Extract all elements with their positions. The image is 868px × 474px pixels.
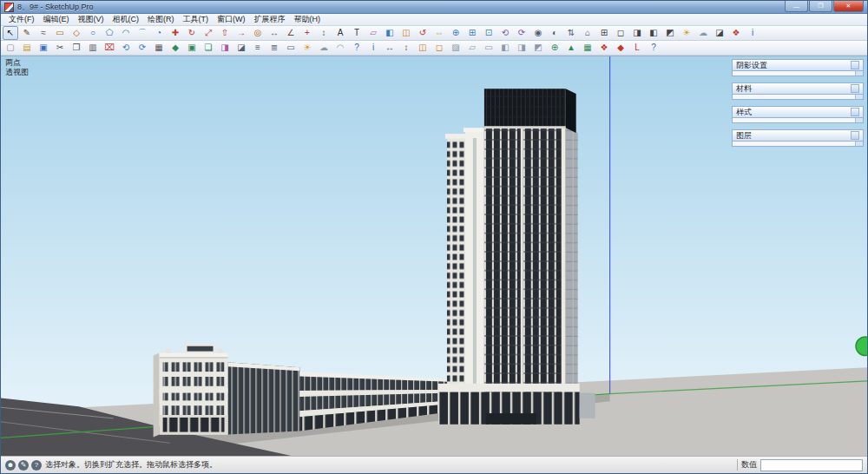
delete-icon[interactable]: ⌧ [102,41,117,55]
freehand-tool-icon[interactable]: ≈ [36,26,51,40]
status-help-icon[interactable]: ? [31,460,42,471]
previous-view-icon[interactable]: ⟲ [497,26,513,40]
status-credit-icon[interactable]: ✎ [18,460,29,471]
minimize-button[interactable]: — [785,1,808,12]
hidden-line-toggle-icon[interactable]: ▭ [481,41,496,55]
look-around-tool-icon[interactable]: ◐ [547,26,562,40]
measure-icon[interactable]: ↔ [382,41,398,55]
next-view-icon[interactable]: ⟳ [514,26,529,40]
panel-scrollbar-button[interactable] [851,84,859,93]
pie-tool-icon[interactable]: ◔ [151,26,167,40]
3d-text-tool-icon[interactable]: T [349,26,365,40]
toggle-terrain-icon[interactable]: ▲ [563,41,579,55]
rectangle-tool-icon[interactable]: ▭ [52,26,68,40]
panel-scrollbar-button[interactable] [851,61,859,69]
push-pull-tool-icon[interactable]: ⇧ [217,26,233,40]
line-tool-icon[interactable]: ✎ [19,26,35,40]
follow-me-tool-icon[interactable]: → [233,26,249,40]
zoom-tool-icon[interactable]: ⊕ [448,26,464,40]
back-view-icon[interactable]: ◧ [646,26,661,40]
iso-view-icon[interactable]: ⌂ [580,26,595,40]
soften-edges-icon[interactable]: ◠ [332,41,348,55]
entity-info-icon[interactable]: i [365,41,381,55]
dimension-tool-icon[interactable]: ↕ [316,26,332,40]
top-view-icon[interactable]: ⊞ [596,26,612,40]
component-browser-icon[interactable]: ❏ [201,41,216,55]
modeling-viewport[interactable]: 两点 透视图 [1,56,867,456]
model-info-icon[interactable]: i [745,26,760,40]
tape-measure-tool-icon[interactable]: ↔ [266,26,282,40]
fog-toggle-icon[interactable]: ☁ [695,26,711,40]
print-icon[interactable]: ▦ [151,41,167,55]
cut-icon[interactable]: ✂ [52,41,68,55]
make-group-icon[interactable]: ▣ [184,41,200,55]
paint-bucket-tool-icon[interactable]: ◧ [382,26,398,40]
redo-icon[interactable]: ⟳ [135,41,150,55]
rotate-tool-icon[interactable]: ↻ [184,26,200,40]
open-file-icon[interactable]: ▤ [19,41,35,55]
undo-icon[interactable]: ⟲ [118,41,134,55]
text-tool-icon[interactable]: A [332,26,348,40]
wireframe-toggle-icon[interactable]: ▱ [464,41,480,55]
menu-file[interactable]: 文件(F) [4,14,39,25]
zoom-window-tool-icon[interactable]: ⊞ [464,26,480,40]
walk-tool-icon[interactable]: ⇅ [563,26,579,40]
circle-tool-icon[interactable]: ○ [85,26,101,40]
front-view-icon[interactable]: ◻ [613,26,628,40]
materials-browser-icon[interactable]: ◨ [217,41,233,55]
photo-match-icon[interactable]: ▦ [580,41,595,55]
menu-window[interactable]: 窗口(W) [213,14,250,25]
make-component-icon[interactable]: ◆ [168,41,183,55]
panel-scrollbar-button[interactable] [851,108,859,116]
offset-tool-icon[interactable]: ◎ [250,26,266,40]
extension-warehouse-icon[interactable]: ❖ [728,26,744,40]
status-geolocation-icon[interactable]: ☻ [5,460,16,471]
zoom-extents-tool-icon[interactable]: ⊡ [481,26,496,40]
panel-scrollbar[interactable] [855,71,863,76]
styles-toggle-icon[interactable]: ◪ [712,26,727,40]
shaded-textures-toggle-icon[interactable]: ◨ [514,41,529,55]
save-file-icon[interactable]: ▣ [36,41,51,55]
arc-tool-icon[interactable]: ◠ [118,26,134,40]
titlebar[interactable]: 8、9# - SketchUp Pro — ❐ ✕ [1,1,867,14]
menu-extensions[interactable]: 扩展程序 [250,14,290,25]
right-view-icon[interactable]: ◨ [629,26,645,40]
scale-tool-icon[interactable]: ⤢ [201,26,216,40]
menu-view[interactable]: 视图(V) [74,14,108,25]
axes-tool-icon[interactable]: + [299,26,315,40]
panel-scrollbar[interactable] [855,95,863,99]
close-button[interactable]: ✕ [833,1,864,12]
pan-tool-icon[interactable]: ⇔ [431,26,447,40]
fog-dialog-icon[interactable]: ☁ [316,41,332,55]
protractor-tool-icon[interactable]: ∠ [283,26,299,40]
measurement-input[interactable] [760,459,863,471]
eraser-tool-icon[interactable]: ▱ [365,26,381,40]
select-tool-icon[interactable]: ↖ [3,26,18,40]
xray-toggle-icon[interactable]: ▨ [448,41,464,55]
layers-manager-icon[interactable]: ≡ [250,41,266,55]
new-file-icon[interactable]: ▢ [3,41,18,55]
tower-building[interactable] [438,89,595,425]
help-icon[interactable]: ? [646,41,661,55]
layout-icon[interactable]: L [629,41,645,55]
panel-scrollbar[interactable] [855,118,863,122]
dimension-icon[interactable]: ↕ [398,41,414,55]
maximize-button[interactable]: ❐ [809,1,832,12]
section-cut-toggle-icon[interactable]: ◻ [431,41,447,55]
menu-draw[interactable]: 绘图(R) [143,14,179,25]
left-view-icon[interactable]: ◩ [662,26,678,40]
paste-icon[interactable]: ▥ [85,41,101,55]
styles-browser-icon[interactable]: ◪ [233,41,249,55]
copy-icon[interactable]: ❐ [69,41,84,55]
monochrome-toggle-icon[interactable]: ◩ [530,41,546,55]
scenes-manager-icon[interactable]: ▭ [283,41,299,55]
section-display-toggle-icon[interactable]: ◫ [415,41,431,55]
shadows-toggle-icon[interactable]: ☀ [679,26,694,40]
position-camera-tool-icon[interactable]: ◉ [530,26,546,40]
warehouse-red-2-icon[interactable]: ◆ [613,41,628,55]
add-location-icon[interactable]: ⊕ [547,41,562,55]
shaded-toggle-icon[interactable]: ◧ [497,41,513,55]
menu-edit[interactable]: 编辑(E) [39,14,74,25]
panel-scrollbar[interactable] [855,142,863,146]
section-plane-tool-icon[interactable]: ◫ [398,26,414,40]
